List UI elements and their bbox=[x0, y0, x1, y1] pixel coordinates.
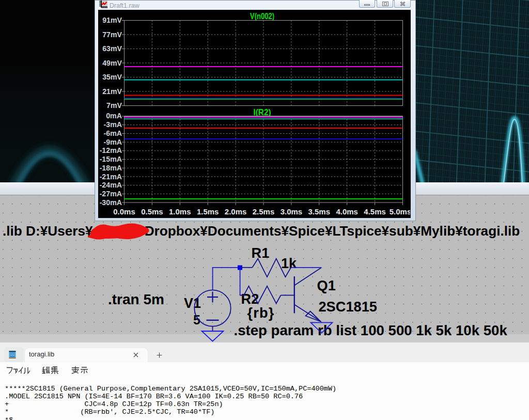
svg-text:-27mA: -27mA bbox=[100, 190, 122, 198]
svg-text:-30mA: -30mA bbox=[100, 198, 122, 207]
svg-text:V(n002): V(n002) bbox=[250, 11, 274, 21]
svg-text:4.5ms: 4.5ms bbox=[364, 207, 386, 216]
svg-text:49mV: 49mV bbox=[102, 59, 122, 67]
svg-text:0.5ms: 0.5ms bbox=[141, 207, 163, 216]
svg-text:21mV: 21mV bbox=[102, 87, 122, 96]
svg-text:91mV: 91mV bbox=[102, 16, 122, 24]
svg-text:-9mA: -9mA bbox=[104, 138, 122, 146]
svg-text:I(R2): I(R2) bbox=[254, 107, 271, 117]
svg-text:63mV: 63mV bbox=[102, 44, 122, 53]
svg-text:-21mA: -21mA bbox=[100, 173, 122, 181]
svg-text:0.0ms: 0.0ms bbox=[113, 207, 135, 216]
svg-text:3.0ms: 3.0ms bbox=[281, 207, 303, 216]
svg-text:-24mA: -24mA bbox=[100, 181, 122, 189]
svg-text:77mV: 77mV bbox=[102, 30, 122, 39]
svg-text:3.5ms: 3.5ms bbox=[308, 207, 331, 216]
svg-text:7mV: 7mV bbox=[106, 101, 122, 110]
svg-text:-6mA: -6mA bbox=[104, 129, 122, 137]
svg-text:2.0ms: 2.0ms bbox=[225, 207, 247, 216]
svg-text:-12mA: -12mA bbox=[100, 146, 122, 154]
svg-text:2.5ms: 2.5ms bbox=[253, 207, 275, 216]
svg-text:1.5ms: 1.5ms bbox=[197, 207, 219, 216]
svg-text:5.0ms: 5.0ms bbox=[390, 207, 410, 216]
svg-text:0mA: 0mA bbox=[106, 112, 122, 120]
svg-text:35mV: 35mV bbox=[102, 73, 122, 81]
svg-text:-18mA: -18mA bbox=[100, 164, 122, 172]
svg-text:-3mA: -3mA bbox=[104, 120, 122, 129]
svg-text:1.0ms: 1.0ms bbox=[169, 207, 191, 216]
svg-text:4.0ms: 4.0ms bbox=[336, 207, 358, 216]
svg-text:-15mA: -15mA bbox=[100, 155, 122, 163]
